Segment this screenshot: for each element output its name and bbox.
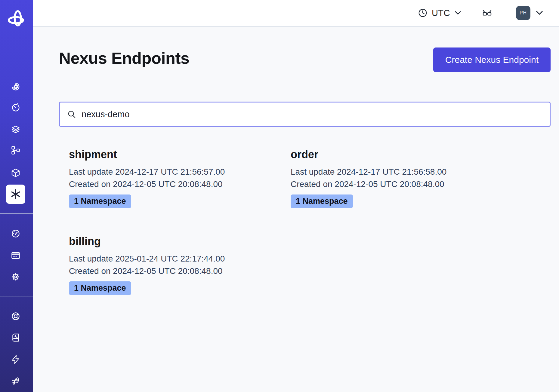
gauge-icon — [11, 229, 20, 238]
search-box — [59, 102, 551, 127]
sidebar-item-workflow[interactable] — [10, 144, 22, 156]
rocket-icon — [11, 376, 20, 386]
account-menu-chevron[interactable] — [535, 10, 544, 16]
sidebar-item-timer[interactable] — [10, 102, 22, 114]
sidebar-divider — [0, 296, 33, 296]
chevron-down-icon — [454, 10, 462, 16]
chevron-down-icon — [535, 10, 544, 16]
endpoint-name: order — [291, 148, 551, 161]
endpoint-card-billing[interactable]: billing Last update 2025-01-24 UTC 22:17… — [69, 235, 291, 295]
sidebar-item-support[interactable] — [10, 310, 22, 322]
namespace-badge: 1 Namespace — [291, 194, 353, 208]
cube-icon — [11, 168, 20, 178]
workflow-icon — [11, 145, 20, 155]
sidebar-item-docs[interactable] — [10, 332, 22, 344]
sidebar-item-feedback[interactable] — [10, 354, 22, 366]
layers-icon — [11, 125, 20, 134]
timezone-label: UTC — [432, 8, 450, 18]
endpoint-list: shipment Last update 2024-12-17 UTC 21:5… — [69, 148, 551, 295]
labs-toggle[interactable] — [482, 8, 493, 18]
endpoint-last-update: Last update 2024-12-17 UTC 21:56:57.00 — [69, 166, 291, 178]
sidebar-item-layers[interactable] — [10, 124, 22, 136]
sidebar-item-settings[interactable] — [10, 271, 22, 283]
lightning-icon — [11, 355, 20, 364]
endpoint-created: Created on 2024-12-05 UTC 20:08:48.00 — [69, 178, 291, 190]
timer-icon — [11, 103, 20, 112]
endpoint-created: Created on 2024-12-05 UTC 20:08:48.00 — [69, 265, 291, 277]
endpoint-name: shipment — [69, 148, 291, 161]
book-sparkles-icon — [11, 333, 20, 342]
sidebar-item-getting-started[interactable] — [10, 375, 22, 387]
endpoint-last-update: Last update 2025-01-24 UTC 22:17:44.00 — [69, 253, 291, 265]
endpoint-name: billing — [69, 235, 291, 248]
page-title: Nexus Endpoints — [59, 49, 190, 67]
temporal-logo[interactable] — [8, 10, 26, 28]
lifebuoy-icon — [11, 311, 20, 321]
sidebar-item-nexus-active[interactable] — [6, 185, 25, 204]
endpoint-created: Created on 2024-12-05 UTC 20:08:48.00 — [291, 178, 551, 190]
clock-icon — [418, 8, 428, 18]
asterisk-nexus-icon — [10, 188, 21, 200]
temporal-logo-icon — [8, 10, 26, 28]
endpoint-card-shipment[interactable]: shipment Last update 2024-12-17 UTC 21:5… — [69, 148, 291, 208]
namespace-badge: 1 Namespace — [69, 194, 131, 208]
sidebar-item-cube[interactable] — [10, 167, 22, 179]
sidebar-divider — [0, 213, 33, 214]
sidebar — [0, 0, 33, 392]
search-icon — [67, 110, 76, 119]
radar-icon — [11, 82, 20, 91]
main-content: Nexus Endpoints Create Nexus Endpoint sh… — [33, 26, 559, 392]
glasses-icon — [482, 8, 493, 18]
avatar[interactable]: PH — [516, 6, 530, 20]
timezone-selector[interactable]: UTC — [418, 8, 462, 18]
sidebar-item-billing[interactable] — [10, 250, 22, 262]
endpoint-card-order[interactable]: order Last update 2024-12-17 UTC 21:56:5… — [291, 148, 551, 208]
billing-card-icon — [11, 251, 20, 260]
create-nexus-endpoint-button[interactable]: Create Nexus Endpoint — [433, 47, 551, 72]
sidebar-item-radar[interactable] — [10, 81, 22, 93]
sidebar-item-gauge[interactable] — [10, 228, 22, 240]
avatar-initials: PH — [520, 10, 527, 16]
gear-icon — [11, 272, 20, 282]
namespace-badge: 1 Namespace — [69, 281, 131, 295]
endpoint-last-update: Last update 2024-12-17 UTC 21:56:58.00 — [291, 166, 551, 178]
search-input[interactable] — [82, 109, 542, 119]
top-bar: UTC PH — [33, 0, 559, 26]
